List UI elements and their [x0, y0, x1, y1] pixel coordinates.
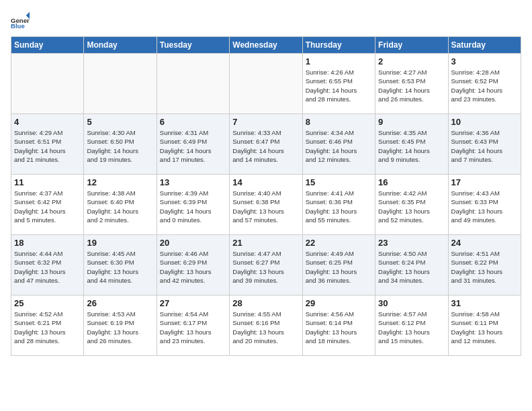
day-info: Sunrise: 4:34 AM Sunset: 6:46 PM Dayligh…	[306, 128, 372, 164]
day-info: Sunrise: 4:37 AM Sunset: 6:42 PM Dayligh…	[14, 189, 81, 224]
day-info: Sunrise: 4:56 AM Sunset: 6:14 PM Dayligh…	[306, 310, 372, 345]
day-info: Sunrise: 4:41 AM Sunset: 6:36 PM Dayligh…	[306, 189, 372, 224]
day-number: 22	[306, 238, 372, 248]
day-number: 1	[306, 56, 372, 66]
week-row-4: 18Sunrise: 4:44 AM Sunset: 6:32 PM Dayli…	[11, 235, 521, 295]
calendar-cell: 19Sunrise: 4:45 AM Sunset: 6:30 PM Dayli…	[84, 235, 157, 295]
day-info: Sunrise: 4:35 AM Sunset: 6:45 PM Dayligh…	[378, 128, 445, 164]
day-number: 16	[378, 177, 445, 187]
day-number: 29	[306, 298, 372, 308]
day-number: 26	[87, 298, 153, 308]
week-row-5: 25Sunrise: 4:52 AM Sunset: 6:21 PM Dayli…	[11, 295, 521, 356]
day-info: Sunrise: 4:54 AM Sunset: 6:17 PM Dayligh…	[160, 310, 226, 345]
day-number: 18	[14, 238, 81, 248]
week-row-1: 1Sunrise: 4:26 AM Sunset: 6:55 PM Daylig…	[11, 54, 521, 114]
day-number: 23	[378, 238, 445, 248]
day-info: Sunrise: 4:28 AM Sunset: 6:52 PM Dayligh…	[451, 68, 518, 103]
day-number: 27	[160, 298, 226, 308]
day-info: Sunrise: 4:44 AM Sunset: 6:32 PM Dayligh…	[14, 249, 81, 285]
calendar-cell: 23Sunrise: 4:50 AM Sunset: 6:24 PM Dayli…	[375, 235, 448, 295]
day-info: Sunrise: 4:53 AM Sunset: 6:19 PM Dayligh…	[87, 310, 153, 345]
calendar-cell: 29Sunrise: 4:56 AM Sunset: 6:14 PM Dayli…	[302, 295, 375, 356]
calendar-cell: 5Sunrise: 4:30 AM Sunset: 6:50 PM Daylig…	[84, 114, 157, 175]
calendar-cell: 3Sunrise: 4:28 AM Sunset: 6:52 PM Daylig…	[448, 54, 521, 114]
calendar-cell	[11, 54, 84, 114]
day-number: 13	[160, 177, 226, 187]
day-number: 24	[451, 238, 518, 248]
day-number: 25	[14, 298, 81, 308]
svg-text:Blue: Blue	[11, 22, 25, 30]
day-info: Sunrise: 4:42 AM Sunset: 6:35 PM Dayligh…	[378, 189, 445, 224]
day-number: 21	[232, 238, 299, 248]
day-number: 20	[160, 238, 226, 248]
calendar-cell: 31Sunrise: 4:58 AM Sunset: 6:11 PM Dayli…	[448, 295, 521, 356]
calendar-cell: 22Sunrise: 4:49 AM Sunset: 6:25 PM Dayli…	[302, 235, 375, 295]
header: General Blue	[11, 11, 521, 30]
calendar-cell: 12Sunrise: 4:38 AM Sunset: 6:40 PM Dayli…	[84, 175, 157, 235]
day-number: 8	[306, 117, 372, 127]
weekday-header-saturday: Saturday	[448, 37, 521, 54]
calendar-cell: 10Sunrise: 4:36 AM Sunset: 6:43 PM Dayli…	[448, 114, 521, 175]
weekday-header-monday: Monday	[84, 37, 157, 54]
day-info: Sunrise: 4:40 AM Sunset: 6:38 PM Dayligh…	[232, 189, 299, 224]
day-number: 15	[306, 177, 372, 187]
calendar-cell: 28Sunrise: 4:55 AM Sunset: 6:16 PM Dayli…	[230, 295, 302, 356]
calendar-cell: 1Sunrise: 4:26 AM Sunset: 6:55 PM Daylig…	[302, 54, 375, 114]
day-info: Sunrise: 4:31 AM Sunset: 6:49 PM Dayligh…	[160, 128, 226, 164]
day-info: Sunrise: 4:30 AM Sunset: 6:50 PM Dayligh…	[87, 128, 153, 164]
day-number: 3	[451, 56, 518, 66]
day-number: 14	[232, 177, 299, 187]
day-number: 19	[87, 238, 153, 248]
calendar-cell: 8Sunrise: 4:34 AM Sunset: 6:46 PM Daylig…	[302, 114, 375, 175]
day-info: Sunrise: 4:47 AM Sunset: 6:27 PM Dayligh…	[232, 249, 299, 285]
day-info: Sunrise: 4:38 AM Sunset: 6:40 PM Dayligh…	[87, 189, 153, 224]
day-info: Sunrise: 4:33 AM Sunset: 6:47 PM Dayligh…	[232, 128, 299, 164]
calendar-cell	[84, 54, 157, 114]
day-info: Sunrise: 4:45 AM Sunset: 6:30 PM Dayligh…	[87, 249, 153, 285]
weekday-header-row: SundayMondayTuesdayWednesdayThursdayFrid…	[11, 37, 521, 54]
calendar-cell: 21Sunrise: 4:47 AM Sunset: 6:27 PM Dayli…	[230, 235, 302, 295]
day-info: Sunrise: 4:29 AM Sunset: 6:51 PM Dayligh…	[14, 128, 81, 164]
day-info: Sunrise: 4:58 AM Sunset: 6:11 PM Dayligh…	[451, 310, 518, 345]
day-number: 6	[160, 117, 226, 127]
calendar-cell: 7Sunrise: 4:33 AM Sunset: 6:47 PM Daylig…	[230, 114, 302, 175]
day-number: 9	[378, 117, 445, 127]
day-number: 31	[451, 298, 518, 308]
day-info: Sunrise: 4:36 AM Sunset: 6:43 PM Dayligh…	[451, 128, 518, 164]
day-info: Sunrise: 4:26 AM Sunset: 6:55 PM Dayligh…	[306, 68, 372, 103]
day-number: 4	[14, 117, 81, 127]
day-number: 2	[378, 56, 445, 66]
calendar-cell	[157, 54, 229, 114]
calendar-cell: 25Sunrise: 4:52 AM Sunset: 6:21 PM Dayli…	[11, 295, 84, 356]
weekday-header-tuesday: Tuesday	[157, 37, 229, 54]
calendar-cell: 6Sunrise: 4:31 AM Sunset: 6:49 PM Daylig…	[157, 114, 229, 175]
day-number: 28	[232, 298, 299, 308]
calendar-cell: 15Sunrise: 4:41 AM Sunset: 6:36 PM Dayli…	[302, 175, 375, 235]
calendar-cell: 18Sunrise: 4:44 AM Sunset: 6:32 PM Dayli…	[11, 235, 84, 295]
weekday-header-sunday: Sunday	[11, 37, 84, 54]
day-number: 5	[87, 117, 153, 127]
calendar-cell: 24Sunrise: 4:51 AM Sunset: 6:22 PM Dayli…	[448, 235, 521, 295]
day-info: Sunrise: 4:55 AM Sunset: 6:16 PM Dayligh…	[232, 310, 299, 345]
day-number: 12	[87, 177, 153, 187]
day-info: Sunrise: 4:27 AM Sunset: 6:53 PM Dayligh…	[378, 68, 445, 103]
calendar-cell	[230, 54, 302, 114]
day-number: 10	[451, 117, 518, 127]
day-info: Sunrise: 4:49 AM Sunset: 6:25 PM Dayligh…	[306, 249, 372, 285]
day-info: Sunrise: 4:43 AM Sunset: 6:33 PM Dayligh…	[451, 189, 518, 224]
calendar-cell: 11Sunrise: 4:37 AM Sunset: 6:42 PM Dayli…	[11, 175, 84, 235]
calendar-cell: 26Sunrise: 4:53 AM Sunset: 6:19 PM Dayli…	[84, 295, 157, 356]
calendar-cell: 4Sunrise: 4:29 AM Sunset: 6:51 PM Daylig…	[11, 114, 84, 175]
calendar-cell: 20Sunrise: 4:46 AM Sunset: 6:29 PM Dayli…	[157, 235, 229, 295]
weekday-header-friday: Friday	[375, 37, 448, 54]
weekday-header-wednesday: Wednesday	[230, 37, 302, 54]
day-number: 17	[451, 177, 518, 187]
calendar-cell: 13Sunrise: 4:39 AM Sunset: 6:39 PM Dayli…	[157, 175, 229, 235]
day-number: 30	[378, 298, 445, 308]
day-info: Sunrise: 4:52 AM Sunset: 6:21 PM Dayligh…	[14, 310, 81, 345]
calendar-cell: 9Sunrise: 4:35 AM Sunset: 6:45 PM Daylig…	[375, 114, 448, 175]
logo-icon: General Blue	[11, 11, 30, 30]
day-info: Sunrise: 4:46 AM Sunset: 6:29 PM Dayligh…	[160, 249, 226, 285]
calendar-cell: 2Sunrise: 4:27 AM Sunset: 6:53 PM Daylig…	[375, 54, 448, 114]
calendar-cell: 30Sunrise: 4:57 AM Sunset: 6:12 PM Dayli…	[375, 295, 448, 356]
